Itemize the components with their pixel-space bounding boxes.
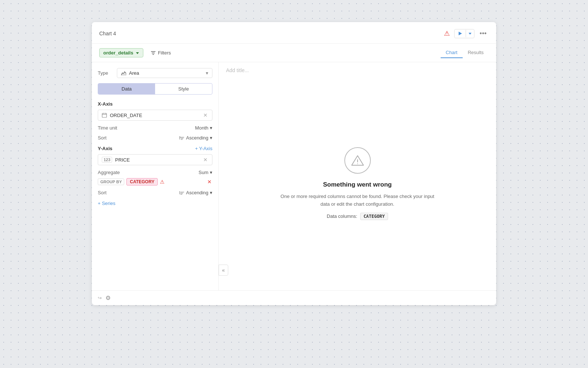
aggregate-row: Aggregate Sum ▾: [98, 168, 212, 177]
warning-button[interactable]: ⚠: [442, 28, 451, 39]
svg-marker-1: [469, 33, 472, 35]
data-columns-value: CATEGORY: [360, 213, 388, 220]
svg-point-23: [357, 163, 358, 164]
groupby-warning-icon: ⚠: [160, 179, 165, 185]
chart-title-input[interactable]: [219, 62, 496, 77]
play-button-group: [454, 29, 474, 38]
xaxis-field-chip: ORDER_DATE ✕: [98, 110, 212, 121]
play-dropdown-button[interactable]: [466, 29, 474, 38]
add-yaxis-button[interactable]: + Y-Axis: [195, 146, 212, 151]
svg-marker-0: [459, 32, 462, 35]
aggregate-label: Aggregate: [98, 170, 198, 175]
area-chart-icon: [121, 71, 127, 76]
aggregate-select[interactable]: Sum ▾: [198, 170, 212, 175]
xaxis-sort-select[interactable]: Ascending ▾: [179, 135, 212, 141]
triangle-warning-icon: [351, 155, 364, 166]
yaxis-header-row: Y-Axis + Y-Axis: [98, 146, 212, 151]
card-body: Type Area ▾ Data Style X-Axis: [92, 62, 496, 290]
main-card: Chart 4 ⚠ ••• order_details: [92, 22, 496, 305]
subtab-row: Data Style: [98, 83, 212, 95]
type-label: Type: [98, 70, 112, 76]
yaxis-sort-label: Sort: [98, 190, 179, 195]
calendar-icon: [102, 113, 107, 118]
play-button[interactable]: [455, 29, 466, 38]
datasource-label: order_details: [103, 50, 133, 56]
dots-icon: •••: [480, 30, 487, 37]
subtab-data[interactable]: Data: [98, 84, 155, 94]
subtab-style[interactable]: Style: [155, 84, 212, 94]
yaxis-field-close-button[interactable]: ✕: [202, 157, 208, 163]
yaxis-sort-row: Sort Ascending ▾: [98, 188, 212, 197]
error-description: One or more required columns cannot be f…: [280, 193, 435, 208]
tab-chart[interactable]: Chart: [441, 47, 463, 58]
collapse-panel-button[interactable]: «: [219, 265, 228, 276]
numeric-badge: 123: [102, 157, 112, 163]
xaxis-field-close-button[interactable]: ✕: [202, 112, 208, 118]
time-unit-chevron-icon: ▾: [210, 125, 212, 131]
yaxis-sort-select[interactable]: Ascending ▾: [179, 190, 212, 195]
gear-button[interactable]: ⚙: [105, 294, 111, 301]
gear-icon: ⚙: [105, 294, 111, 301]
type-row: Type Area ▾: [98, 68, 212, 78]
card-title: Chart 4: [99, 31, 116, 36]
xaxis-sort-label: Sort: [98, 135, 179, 141]
groupby-close-button[interactable]: ✕: [207, 179, 212, 185]
card-toolbar: order_details Filters Chart Results: [92, 44, 496, 62]
xaxis-sort-value: Ascending: [186, 135, 208, 141]
card-header: Chart 4 ⚠ •••: [92, 22, 496, 44]
error-area: Something went wrong One or more require…: [219, 77, 496, 290]
arrow-icon: ↪: [98, 295, 102, 301]
data-columns-label: Data columns:: [327, 213, 357, 219]
yaxis-field-chip: 123 PRICE ✕: [98, 154, 212, 165]
svg-rect-7: [102, 113, 107, 117]
card-footer: ↪ ⚙: [92, 290, 496, 305]
xaxis-sort-chevron-icon: ▾: [210, 135, 212, 141]
xaxis-sort-row: Sort Ascending ▾: [98, 134, 212, 142]
filter-icon: [151, 50, 156, 56]
xaxis-field-label: ORDER_DATE: [110, 113, 200, 118]
chevron-down-icon: [136, 51, 139, 55]
tab-results[interactable]: Results: [463, 47, 489, 58]
yaxis-header: Y-Axis: [98, 146, 112, 151]
svg-marker-6: [121, 72, 126, 75]
warning-icon: ⚠: [444, 29, 450, 38]
type-select[interactable]: Area ▾: [117, 68, 212, 78]
xaxis-header: X-Axis: [98, 101, 212, 107]
left-panel: Type Area ▾ Data Style X-Axis: [92, 62, 219, 290]
yaxis-sort-value: Ascending: [186, 190, 208, 195]
groupby-label: GROUP BY: [98, 178, 124, 185]
groupby-row: GROUP BY CATEGORY ⚠ ✕: [98, 178, 212, 185]
more-options-button[interactable]: •••: [477, 29, 489, 38]
sort-asc-icon: [179, 136, 184, 140]
datasource-badge[interactable]: order_details: [99, 48, 143, 57]
chevron-down-icon: [468, 32, 472, 35]
header-actions: ⚠ •••: [442, 28, 489, 39]
aggregate-chevron-icon: ▾: [210, 170, 212, 175]
svg-marker-2: [136, 52, 139, 54]
view-tabs: Chart Results: [441, 47, 489, 58]
error-data-row: Data columns: CATEGORY: [327, 213, 388, 220]
time-unit-row: Time unit Month ▾: [98, 124, 212, 132]
collapse-icon: «: [222, 267, 225, 273]
filters-label: Filters: [158, 50, 171, 56]
groupby-chip: CATEGORY: [126, 178, 158, 185]
aggregate-value: Sum: [198, 170, 208, 175]
add-series-button[interactable]: + Series: [98, 201, 115, 206]
right-panel: Something went wrong One or more require…: [219, 62, 496, 290]
time-unit-select[interactable]: Month ▾: [195, 125, 212, 131]
type-chevron-icon: ▾: [206, 70, 208, 76]
yaxis-field-label: PRICE: [115, 157, 200, 163]
error-icon-circle: [344, 147, 371, 174]
type-value: Area: [129, 70, 139, 76]
play-icon: [458, 31, 463, 36]
filters-button[interactable]: Filters: [148, 49, 174, 57]
time-unit-label: Time unit: [98, 125, 195, 131]
error-title: Something went wrong: [323, 181, 392, 188]
time-unit-value: Month: [195, 125, 208, 131]
sort-icon: [179, 191, 184, 195]
yaxis-sort-chevron-icon: ▾: [210, 190, 212, 195]
